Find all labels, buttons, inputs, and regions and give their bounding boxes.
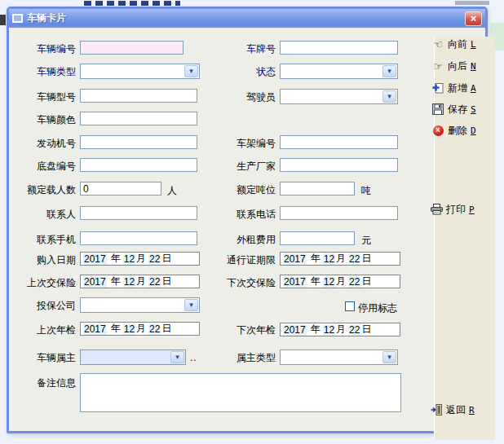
next-inspection-month[interactable]: 12 (323, 324, 335, 336)
insurer-dropdown-button[interactable]: ▾ (184, 299, 198, 311)
permit-deadline-month[interactable]: 12 (323, 253, 335, 265)
status-combobox[interactable]: ▾ (280, 64, 398, 79)
save-button[interactable]: 保存 S (431, 103, 476, 116)
vehicle-type-label: 车辆类型 (15, 66, 76, 77)
close-button[interactable]: × (465, 11, 482, 26)
add-button[interactable]: 新增 A (431, 81, 476, 95)
last-inspection-year[interactable]: 2017 (83, 323, 107, 335)
purchase-date-day[interactable]: 22 (148, 253, 161, 265)
permit-deadline-year[interactable]: 2017 (283, 253, 307, 265)
manufacturer-input[interactable] (280, 158, 398, 172)
last-insurance-year[interactable]: 2017 (83, 276, 107, 288)
delete-button-label: 删除 (448, 124, 467, 138)
frame-no-label: 车架编号 (210, 138, 276, 149)
owner-type-label: 属主类型 (210, 352, 276, 363)
engine-no-input[interactable] (80, 135, 197, 149)
owner-browse-dots[interactable]: .. (190, 352, 197, 363)
rental-fee-label: 外租费用 (210, 234, 276, 245)
permit-deadline-day[interactable]: 22 (348, 253, 360, 265)
rated-passengers-input[interactable] (80, 182, 161, 196)
desktop: { "window": { "title": "车辆卡片", "close_gl… (0, 0, 504, 444)
disabled-flag-checkbox[interactable] (345, 301, 355, 311)
insurer-combobox[interactable]: ▾ (80, 297, 200, 313)
chevron-down-icon: ▾ (189, 68, 193, 75)
vehicle-model-input[interactable] (80, 89, 197, 103)
title-bar[interactable]: 车辆卡片 × (9, 9, 485, 28)
add-shortcut: A (471, 83, 476, 94)
previous-button-label: 向前 (448, 37, 467, 51)
status-dropdown-button[interactable]: ▾ (382, 65, 396, 77)
delete-button[interactable]: × 删除 D (431, 124, 476, 137)
owner-dropdown-button[interactable]: ▾ (170, 351, 184, 363)
contact-person-input[interactable] (80, 206, 197, 220)
next-button-label: 向后 (448, 59, 467, 73)
purchase-date-label: 购入日期 (15, 254, 76, 266)
next-inspection-day[interactable]: 22 (348, 324, 360, 336)
owner-type-dropdown-button[interactable]: ▾ (382, 351, 396, 363)
rental-fee-unit: 元 (361, 234, 371, 248)
vehicle-no-input[interactable] (80, 41, 183, 55)
contact-phone-input[interactable] (280, 206, 398, 220)
rental-fee-input[interactable] (280, 231, 355, 245)
month-unit: 月 (336, 252, 346, 266)
status-label: 状态 (210, 66, 276, 77)
vehicle-no-label: 车辆编号 (15, 43, 76, 55)
next-insurance-date-field[interactable]: 2017年12月22日 (280, 275, 400, 288)
delete-x-glyph: × (433, 125, 444, 136)
rated-tonnage-input[interactable] (280, 182, 355, 196)
last-insurance-label: 上次交保险 (7, 277, 76, 288)
remarks-label: 备注信息 (15, 377, 76, 389)
next-insurance-day[interactable]: 22 (348, 276, 360, 288)
rated-passengers-label: 额定载人数 (7, 184, 76, 196)
back-button[interactable]: 返回 R (430, 403, 475, 416)
previous-button[interactable]: ☜ 向前 L (431, 37, 476, 51)
vehicle-color-label: 车辆颜色 (15, 114, 76, 125)
last-inspection-date-field[interactable]: 2017年12月22日 (80, 322, 200, 336)
last-inspection-day[interactable]: 22 (148, 323, 161, 335)
month-unit: 月 (336, 275, 346, 288)
next-button[interactable]: ☞ 向后 N (431, 59, 476, 73)
back-button-label: 返回 (446, 403, 466, 417)
plate-no-input[interactable] (280, 41, 398, 55)
chevron-down-icon: ▾ (387, 68, 391, 75)
next-inspection-date-field[interactable]: 2017年12月22日 (280, 323, 400, 336)
engine-no-label: 发动机号 (15, 138, 76, 149)
driver-label: 驾驶员 (210, 91, 276, 103)
chevron-down-icon: ▾ (387, 354, 391, 361)
next-insurance-year[interactable]: 2017 (283, 276, 307, 288)
delete-shortcut: D (471, 125, 476, 136)
remarks-textarea[interactable] (80, 373, 401, 412)
driver-dropdown-button[interactable]: ▾ (382, 90, 396, 103)
background-window-fragment (0, 15, 6, 25)
year-unit: 年 (311, 275, 321, 288)
close-icon: × (471, 13, 477, 24)
save-shortcut: S (471, 104, 476, 115)
month-unit: 月 (136, 252, 146, 266)
owner-combobox[interactable]: ▾ (80, 349, 186, 365)
last-inspection-label: 上次年检 (15, 324, 76, 336)
insurer-label: 投保公司 (15, 300, 76, 311)
frame-no-input[interactable] (280, 135, 398, 149)
permit-deadline-date-field[interactable]: 2017年12月22日 (280, 252, 400, 266)
year-unit: 年 (311, 252, 321, 266)
print-button[interactable]: 打印 P (430, 203, 475, 216)
next-insurance-month[interactable]: 12 (323, 276, 335, 288)
purchase-date-month[interactable]: 12 (123, 253, 135, 265)
purchase-date-year[interactable]: 2017 (83, 253, 107, 265)
vehicle-color-input[interactable] (80, 112, 197, 125)
last-insurance-day[interactable]: 22 (148, 276, 161, 288)
last-insurance-date-field[interactable]: 2017年12月22日 (80, 275, 200, 288)
day-unit: 日 (361, 275, 371, 288)
contact-mobile-input[interactable] (80, 231, 197, 245)
vehicle-type-dropdown-button[interactable]: ▾ (184, 65, 198, 77)
last-insurance-month[interactable]: 12 (123, 276, 135, 288)
purchase-date-field[interactable]: 2017年12月22日 (80, 252, 200, 266)
chassis-no-input[interactable] (80, 158, 197, 172)
disabled-flag-label: 停用标志 (358, 302, 407, 314)
owner-type-combobox[interactable]: ▾ (280, 349, 398, 365)
next-inspection-year[interactable]: 2017 (283, 324, 307, 336)
last-inspection-month[interactable]: 12 (123, 323, 135, 335)
next-inspection-label: 下次年检 (210, 324, 276, 336)
driver-combobox[interactable]: ▾ (280, 89, 398, 104)
vehicle-type-combobox[interactable]: ▾ (80, 64, 200, 79)
